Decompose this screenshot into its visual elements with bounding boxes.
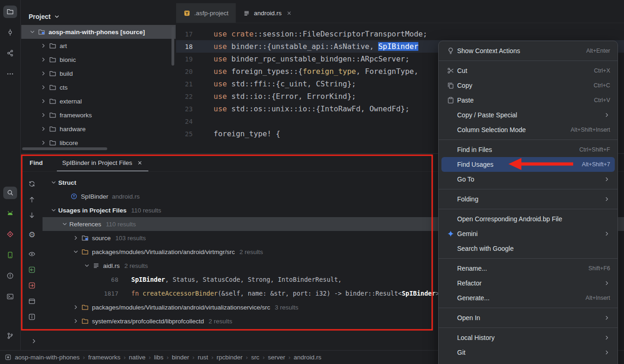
menu-item-local-history[interactable]: Local History xyxy=(441,330,615,345)
breadcrumb-separator: › xyxy=(211,354,213,361)
tool-window-button-more-tools[interactable] xyxy=(3,68,17,80)
lightbulb-icon xyxy=(447,47,454,55)
close-find-tab-icon[interactable] xyxy=(137,160,143,166)
project-tree-node-aosp-main-with-phones-source[interactable]: aosp-main-with-phones [source] xyxy=(21,25,176,39)
menu-item-find-usages[interactable]: Find UsagesAlt+Shift+7 xyxy=(441,157,615,172)
menu-item-search-with-google[interactable]: Search with Google xyxy=(441,241,615,256)
find-panel-title: Find xyxy=(21,159,50,166)
breadcrumb-item-rpcbinder[interactable]: rpcbinder xyxy=(217,354,243,361)
project-tree: aosp-main-with-phones [source]artbionicb… xyxy=(21,25,176,150)
close-icon[interactable] xyxy=(286,10,292,16)
scroll-from-source-button[interactable] xyxy=(25,279,38,292)
line-number[interactable]: 24 xyxy=(176,118,204,125)
project-tree-node-external[interactable]: external xyxy=(21,94,176,108)
breadcrumb-item-src[interactable]: src xyxy=(251,354,259,361)
menu-item-label: Gemini xyxy=(457,230,594,237)
tool-window-button-running-devices[interactable] xyxy=(3,249,17,261)
menu-item-refactor[interactable]: Refactor xyxy=(441,276,615,291)
previous-occurrence-button[interactable] xyxy=(25,193,38,206)
next-occurrence-button[interactable] xyxy=(25,209,38,222)
editor-tabs: .asfp-projectandroid.rs xyxy=(176,0,624,23)
tool-window-button-logcat[interactable] xyxy=(3,207,17,220)
navigate-with-single-click-button[interactable] xyxy=(25,263,38,276)
tool-window-button-pull-requests[interactable] xyxy=(3,47,17,60)
code-line-17[interactable]: 17use crate::session::FileDescriptorTran… xyxy=(176,28,624,40)
menu-item-rename[interactable]: Rename...Shift+F6 xyxy=(441,261,615,276)
result-file: android.rs xyxy=(112,193,140,200)
line-number[interactable]: 19 xyxy=(176,55,204,63)
breadcrumb-item-libs[interactable]: libs xyxy=(154,354,163,361)
breadcrumb-item-android-rs[interactable]: android.rs xyxy=(294,354,321,361)
chevron-down-icon xyxy=(54,13,60,20)
menu-item-go-to[interactable]: Go To xyxy=(441,172,615,187)
menu-item-git[interactable]: Git xyxy=(441,345,615,360)
refresh-button[interactable] xyxy=(25,177,38,190)
project-panel-header[interactable]: Project xyxy=(21,0,176,25)
menu-item-copy[interactable]: CopyCtrl+C xyxy=(441,78,615,93)
tool-window-button-terminal[interactable] xyxy=(3,290,17,303)
project-vertical-scrollbar[interactable] xyxy=(171,27,174,66)
tool-window-button-project[interactable] xyxy=(3,6,17,18)
line-number[interactable]: 17 xyxy=(176,30,204,38)
breadcrumb-item-server[interactable]: server xyxy=(268,354,285,361)
tool-window-button-app-quality-insights[interactable] xyxy=(3,228,17,240)
line-number[interactable]: 20 xyxy=(176,68,204,75)
line-number[interactable]: 22 xyxy=(176,93,204,100)
line-number[interactable]: 25 xyxy=(176,130,204,138)
open-new-tab-icon xyxy=(28,297,36,305)
project-tree-node-hardware[interactable]: hardware xyxy=(21,122,176,136)
menu-item-open-corresponding-android-bp-file[interactable]: Open Corresponding Android.bp File xyxy=(441,212,615,226)
breadcrumb-item-aosp-main-with-phones[interactable]: aosp-main-with-phones xyxy=(15,354,80,361)
menu-item-generate[interactable]: Generate...Alt+Insert xyxy=(441,291,615,305)
preview-usages-button[interactable] xyxy=(25,248,38,261)
project-tree-node-cts[interactable]: cts xyxy=(21,80,176,94)
menu-item-column-selection-mode[interactable]: Column Selection ModeAlt+Shift+Insert xyxy=(441,122,615,137)
chevron-down-icon xyxy=(73,249,79,255)
breadcrumb-separator: › xyxy=(263,354,264,361)
chevron-right-icon xyxy=(40,70,47,77)
line-number[interactable]: 21 xyxy=(176,80,204,88)
open-results-in-new-tab-button[interactable] xyxy=(25,295,38,308)
chevron-right-icon xyxy=(40,140,47,146)
menu-item-open-in[interactable]: Open In xyxy=(441,310,615,325)
menu-item-label: Search with Google xyxy=(457,245,610,252)
line-number[interactable]: 23 xyxy=(176,105,204,113)
menu-item-paste[interactable]: PasteCtrl+V xyxy=(441,93,615,108)
settings-button[interactable]: ⚙ xyxy=(25,228,38,241)
project-tree-node-build[interactable]: build xyxy=(21,67,176,80)
menu-shortcut: Ctrl+Shift+F xyxy=(579,146,610,153)
tool-window-button-find[interactable] xyxy=(3,187,17,199)
project-tree-node-art[interactable]: art xyxy=(21,39,176,53)
tool-window-button-version-control[interactable] xyxy=(3,329,17,342)
autoscroll-editor-icon xyxy=(28,282,36,289)
breadcrumb-item-native[interactable]: native xyxy=(129,354,146,361)
project-horizontal-scrollbar[interactable] xyxy=(22,147,107,150)
find-results-tab[interactable]: SpIBinder in Project Files xyxy=(57,154,149,171)
menu-item-folding[interactable]: Folding xyxy=(441,192,615,206)
menu-item-gemini[interactable]: Gemini xyxy=(441,226,615,241)
tool-window-button-commit[interactable] xyxy=(3,26,17,39)
project-tree-node-bionic[interactable]: bionic xyxy=(21,53,176,67)
menu-shortcut: Ctrl+C xyxy=(593,82,610,89)
folder-icon xyxy=(49,139,56,146)
menu-separator xyxy=(439,209,618,209)
tool-window-button-problems[interactable] xyxy=(3,269,17,282)
expand-more-chevron-icon[interactable] xyxy=(31,338,37,345)
cube-icon[interactable] xyxy=(5,354,12,361)
menu-item-show-context-actions[interactable]: Show Context ActionsAlt+Enter xyxy=(441,43,615,58)
breadcrumb-item-rust[interactable]: rust xyxy=(198,354,208,361)
editor-tab-asfp-project[interactable]: .asfp-project xyxy=(176,3,236,23)
result-label: SpIBinder xyxy=(81,193,108,200)
editor-tab-android-rs[interactable]: android.rs xyxy=(236,3,300,23)
project-tree-node-frameworks[interactable]: frameworks xyxy=(21,108,176,122)
result-line-number: 68 xyxy=(49,276,118,283)
menu-item-find-in-files[interactable]: Find in FilesCtrl+Shift+F xyxy=(441,142,615,157)
line-number[interactable]: 18 xyxy=(176,43,204,50)
help-button[interactable] xyxy=(25,310,38,323)
breadcrumb-item-frameworks[interactable]: frameworks xyxy=(88,354,121,361)
menu-item-copy-paste-special[interactable]: Copy / Paste Special xyxy=(441,108,615,122)
menu-item-cut[interactable]: CutCtrl+X xyxy=(441,63,615,78)
menu-shortcut: Alt+Shift+7 xyxy=(582,161,610,168)
breadcrumb-item-binder[interactable]: binder xyxy=(172,354,190,361)
breadcrumb-separator: › xyxy=(288,354,290,361)
